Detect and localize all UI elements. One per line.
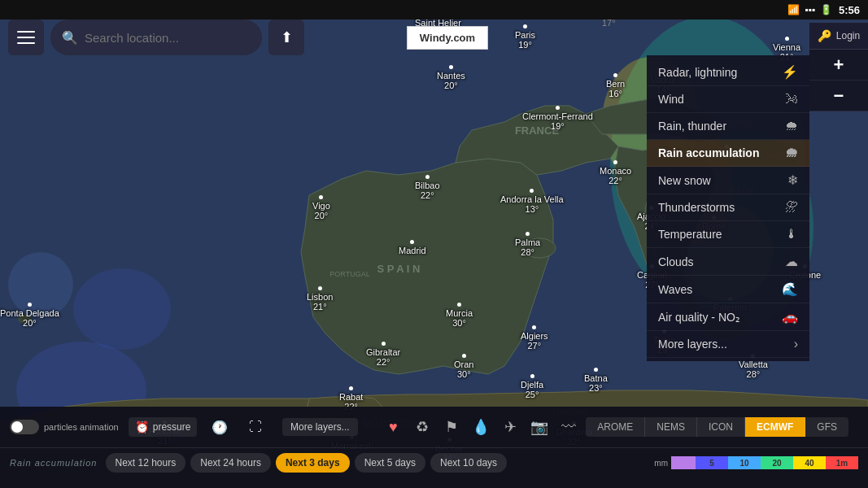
- layer-icon-new-snow: ❄: [787, 172, 798, 188]
- wifi-icon: 📶: [787, 4, 800, 15]
- signal-icon: ▪▪▪: [805, 4, 815, 15]
- model-tab-ecmwf[interactable]: ECMWF: [745, 417, 805, 437]
- time-btn-24h[interactable]: Next 24 hours: [190, 453, 271, 473]
- color-scale: mm51020401m: [654, 456, 858, 469]
- svg-text:FRANCE: FRANCE: [515, 124, 559, 137]
- windy-logo-text: Windy.com: [420, 32, 475, 44]
- action-icons-row: ♥ ♻ ⚑ 💧 ✈ 📷 〰 AROMENEMSICONECMWFGFS: [371, 412, 858, 442]
- layer-item-rain-accumulation[interactable]: Rain accumulation🌧: [647, 140, 809, 167]
- layer-item-wind[interactable]: Wind🌬: [647, 86, 809, 113]
- layer-label-rain-accumulation: Rain accumulation: [658, 146, 759, 159]
- svg-point-8: [8, 252, 73, 317]
- controls-row: particles animation ⏰ pressure 🕐 ⛶ More …: [0, 407, 868, 448]
- drop-icon-button[interactable]: 💧: [469, 415, 493, 439]
- layer-item-new-snow[interactable]: New snow❄: [647, 167, 809, 194]
- share-icon: ⬆: [281, 28, 293, 46]
- search-input[interactable]: [85, 31, 251, 45]
- layer-icon-thunderstorms: ⛈: [785, 200, 798, 215]
- layer-item-radar-lightning[interactable]: Radar, lightning⚡: [647, 59, 809, 86]
- model-tab-nems[interactable]: NEMS: [645, 417, 697, 437]
- zoom-in-icon: +: [834, 54, 844, 76]
- right-panel: 🔑 Login + −: [809, 23, 868, 111]
- layer-icon-waves: 🌊: [782, 281, 798, 297]
- particles-toggle-group: particles animation: [10, 420, 119, 434]
- particles-toggle[interactable]: [10, 420, 39, 434]
- rain-label: Rain accumulation: [10, 458, 98, 468]
- menu-button[interactable]: [8, 20, 44, 55]
- color-scale-seg-4: 40: [793, 456, 826, 469]
- hamburger-line-2: [17, 37, 35, 38]
- layer-label-thunderstorms: Thunderstorms: [658, 201, 735, 214]
- layer-label-radar-lightning: Radar, lightning: [658, 66, 737, 79]
- particles-toggle-knob: [11, 421, 23, 433]
- windy-logo-panel: Windy.com: [407, 26, 488, 50]
- login-button[interactable]: 🔑 Login: [809, 23, 868, 50]
- layer-label-temperature: Temperature: [658, 228, 722, 241]
- svg-text:S P A I N: S P A I N: [377, 263, 421, 275]
- color-scale-seg-2: 10: [728, 456, 761, 469]
- heart-icon-button[interactable]: ♥: [381, 415, 405, 439]
- zoom-in-button[interactable]: +: [809, 50, 868, 81]
- layer-icon-temperature: 🌡: [785, 227, 798, 242]
- layer-item-clouds[interactable]: Clouds☁: [647, 248, 809, 276]
- svg-text:PORTUGAL: PORTUGAL: [329, 270, 369, 278]
- wind-icon-button[interactable]: 〰: [556, 415, 581, 439]
- camera-icon-button[interactable]: 📷: [527, 415, 552, 439]
- battery-icon: 🔋: [820, 4, 832, 15]
- svg-point-7: [73, 268, 171, 350]
- zoom-out-icon: −: [834, 85, 844, 107]
- color-scale-seg-5: 1m: [826, 456, 858, 469]
- plane-icon-button[interactable]: ✈: [498, 415, 522, 439]
- hamburger-line-3: [17, 42, 35, 44]
- model-tab-arome[interactable]: AROME: [586, 417, 645, 437]
- fullscreen-button[interactable]: ⛶: [242, 414, 268, 440]
- search-icon: 🔍: [62, 30, 78, 46]
- layer-icon-more-layers: ›: [794, 337, 798, 351]
- model-tab-gfs[interactable]: GFS: [805, 417, 848, 437]
- bottom-bar: particles animation ⏰ pressure 🕐 ⛶ More …: [0, 407, 868, 488]
- time-buttons-row: Next 12 hoursNext 24 hoursNext 3 daysNex…: [106, 453, 508, 473]
- status-bar: 📶 ▪▪▪ 🔋 5:56: [0, 0, 868, 20]
- recycle-icon-button[interactable]: ♻: [410, 415, 434, 439]
- layer-item-more-layers[interactable]: More layers...›: [647, 331, 809, 358]
- search-box[interactable]: 🔍: [50, 20, 262, 55]
- layer-label-clouds: Clouds: [658, 255, 694, 268]
- layer-icon-clouds: ☁: [785, 254, 798, 269]
- layer-item-air-quality[interactable]: Air quality - NO₂🚗: [647, 303, 809, 331]
- color-scale-unit: mm: [654, 459, 668, 468]
- model-tabs: AROMENEMSICONECMWFGFS: [586, 417, 848, 437]
- layer-icon-rain-thunder: 🌧: [785, 119, 798, 133]
- status-time: 5:56: [839, 4, 860, 16]
- svg-point-13: [18, 314, 31, 324]
- layer-label-rain-thunder: Rain, thunder: [658, 120, 726, 133]
- zoom-out-button[interactable]: −: [809, 81, 868, 111]
- time-btn-3d[interactable]: Next 3 days: [276, 453, 350, 473]
- hamburger-line-1: [17, 31, 35, 33]
- time-btn-12h[interactable]: Next 12 hours: [106, 453, 186, 473]
- color-scale-seg-3: 20: [761, 456, 793, 469]
- pressure-button[interactable]: ⏰ pressure: [129, 417, 198, 437]
- more-layers-sm-button[interactable]: More layers...: [282, 418, 358, 436]
- login-icon: 🔑: [818, 29, 831, 42]
- layer-icon-air-quality: 🚗: [782, 309, 798, 325]
- time-btn-5d[interactable]: Next 5 days: [355, 453, 425, 473]
- layer-label-waves: Waves: [658, 283, 692, 296]
- flag-icon-button[interactable]: ⚑: [439, 415, 464, 439]
- layer-item-rain-thunder[interactable]: Rain, thunder🌧: [647, 113, 809, 140]
- layer-label-more-layers: More layers...: [658, 338, 727, 351]
- model-tab-icon[interactable]: ICON: [697, 417, 745, 437]
- color-scale-seg-0: [671, 456, 696, 469]
- time-icon-button[interactable]: 🕐: [207, 414, 233, 440]
- time-row: Rain accumulation Next 12 hoursNext 24 h…: [0, 448, 868, 477]
- share-button[interactable]: ⬆: [268, 20, 304, 55]
- more-layers-sm-label: More layers...: [290, 421, 350, 433]
- layer-label-new-snow: New snow: [658, 174, 711, 187]
- layer-item-temperature[interactable]: Temperature🌡: [647, 221, 809, 248]
- layer-item-waves[interactable]: Waves🌊: [647, 276, 809, 303]
- layer-item-thunderstorms[interactable]: Thunderstorms⛈: [647, 194, 809, 221]
- particles-label: particles animation: [44, 422, 119, 432]
- pressure-icon: ⏰: [135, 420, 149, 434]
- pressure-label: pressure: [153, 421, 191, 433]
- time-btn-10d[interactable]: Next 10 days: [430, 453, 507, 473]
- layer-label-air-quality: Air quality - NO₂: [658, 311, 740, 324]
